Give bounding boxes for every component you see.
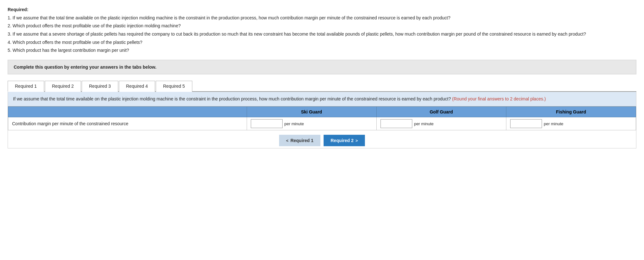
golf-input-cell: per minute [376, 117, 506, 130]
required-label: Required: [8, 6, 636, 13]
tab-required-1[interactable]: Required 1 [8, 81, 44, 92]
tab-required-5[interactable]: Required 5 [156, 81, 192, 92]
col-header-fishing: Fishing Guard [506, 107, 636, 117]
table-wrapper: Ski Guard Golf Guard Fishing Guard Contr… [8, 106, 636, 130]
fishing-guard-input[interactable] [510, 119, 542, 128]
fishing-input-cell: per minute [506, 117, 636, 130]
prev-button-label: Required 1 [291, 138, 313, 143]
tab-content: If we assume that the total time availab… [8, 92, 636, 148]
instructions-section: Required: 1. If we assume that the total… [8, 6, 636, 54]
fishing-unit-label: per minute [544, 121, 563, 126]
ski-guard-input[interactable] [251, 119, 283, 128]
instruction-line-5: 5. Which product has the largest contrib… [8, 47, 636, 54]
tab-required-3[interactable]: Required 3 [82, 81, 118, 92]
complete-box-text: Complete this question by entering your … [14, 65, 156, 70]
table-header-row: Ski Guard Golf Guard Fishing Guard [8, 107, 636, 117]
tab-instruction-main: If we assume that the total time availab… [13, 96, 451, 101]
instruction-line-2: 2. Which product offers the most profita… [8, 23, 636, 30]
next-button-label: Required 2 [331, 138, 353, 143]
tab-instruction-box: If we assume that the total time availab… [8, 92, 636, 106]
instruction-line-3: 3. If we assume that a severe shortage o… [8, 31, 636, 38]
next-chevron-icon: > [355, 138, 358, 143]
complete-box: Complete this question by entering your … [8, 60, 636, 74]
instruction-line-1: 1. If we assume that the total time avai… [8, 15, 636, 22]
prev-button[interactable]: < Required 1 [279, 135, 320, 146]
data-table: Ski Guard Golf Guard Fishing Guard Contr… [8, 106, 636, 130]
instruction-line-4: 4. Which product offers the most profita… [8, 39, 636, 46]
tab-required-4[interactable]: Required 4 [119, 81, 155, 92]
tabs-container: Required 1 Required 2 Required 3 Require… [8, 80, 636, 92]
row-label: Contribution margin per minute of the co… [8, 117, 247, 130]
table-row: Contribution margin per minute of the co… [8, 117, 636, 130]
col-header-ski: Ski Guard [247, 107, 376, 117]
next-button[interactable]: Required 2 > [324, 135, 365, 146]
nav-buttons: < Required 1 Required 2 > [8, 130, 636, 148]
col-header-golf: Golf Guard [376, 107, 506, 117]
tab-instruction-note: (Round your final answers to 2 decimal p… [452, 96, 546, 101]
prev-chevron-icon: < [286, 138, 289, 143]
golf-unit-label: per minute [414, 121, 434, 126]
ski-unit-label: per minute [284, 121, 304, 126]
golf-guard-input[interactable] [380, 119, 412, 128]
tab-required-2[interactable]: Required 2 [45, 81, 81, 92]
ski-input-cell: per minute [247, 117, 376, 130]
col-header-label [8, 107, 247, 117]
